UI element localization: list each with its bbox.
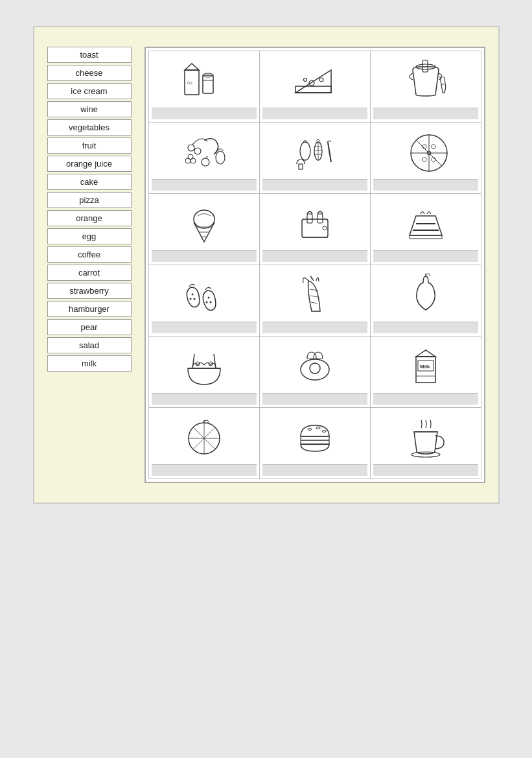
label-salad [152,393,257,405]
word-orange-juice: orange juice [47,156,132,172]
svg-rect-4 [203,75,213,93]
word-cake: cake [47,174,132,190]
word-coffee: coffee [47,246,132,263]
cell-hamburger [259,408,370,479]
table-row [148,265,481,337]
image-vegetables [262,125,367,176]
table-row [148,194,481,265]
cell-cheese [259,51,370,123]
svg-line-63 [192,354,194,368]
label-pizza [373,179,478,191]
word-salad: salad [47,337,132,353]
cell-pizza [370,123,481,194]
table-row: Milk [148,337,481,408]
label-wine-bucket [373,108,478,119]
svg-point-32 [422,145,426,148]
svg-point-45 [323,226,327,230]
cell-vegetables [259,123,370,194]
svg-point-20 [202,158,209,166]
svg-rect-43 [318,214,323,223]
table-row: OJ [148,51,481,123]
word-orange: orange [47,210,132,226]
label-vegetables [262,179,367,191]
svg-rect-83 [301,436,329,440]
svg-rect-42 [307,214,312,223]
label-carrot [262,322,367,333]
table-row [148,123,481,194]
word-ice-cream: ice cream [47,83,132,99]
image-pear [373,268,478,319]
cell-strawberry [148,265,259,337]
svg-rect-41 [302,219,328,237]
svg-rect-27 [299,164,303,169]
label-toast [262,250,367,262]
svg-point-14 [188,145,194,151]
svg-point-66 [310,363,320,373]
svg-point-34 [422,158,426,161]
svg-line-57 [310,296,318,297]
image-pizza [373,125,478,176]
word-pear: pear [47,319,132,335]
svg-line-64 [214,354,216,368]
svg-point-86 [411,452,440,457]
cell-pear [370,265,481,337]
svg-point-11 [303,78,306,81]
image-cheese [262,54,367,105]
svg-point-53 [207,296,209,298]
svg-rect-13 [422,60,428,72]
word-fruit: fruit [47,137,132,154]
label-cake [373,250,478,262]
word-milk: milk [47,355,132,372]
label-egg [262,393,367,405]
label-pear [373,322,478,333]
svg-point-19 [188,154,193,160]
svg-point-15 [194,148,201,154]
word-list: toast cheese ice cream wine vegetables f… [47,47,132,372]
label-coffee [373,464,478,476]
cell-toast [259,194,370,265]
svg-line-58 [311,302,318,303]
image-milk-carton: OJ [152,54,257,105]
image-egg [262,339,367,390]
image-cake [373,196,478,248]
table-row [148,408,481,479]
image-salad [152,339,257,390]
svg-point-55 [205,301,207,303]
label-hamburger [262,464,367,476]
image-toast [262,196,367,248]
image-fruit [152,125,257,176]
cell-egg [259,337,370,408]
svg-point-54 [209,301,211,303]
word-egg: egg [47,228,132,244]
label-cheese [262,108,367,119]
label-strawberry [152,322,257,333]
cell-carrot [259,265,370,337]
label-milk-carton [152,108,257,119]
cell-cake [370,194,481,265]
word-strawberry: strawberry [47,283,132,299]
food-grid: OJ [145,47,485,483]
label-milk-box [373,393,478,405]
image-milk-box: Milk [373,339,478,390]
word-carrot: carrot [47,265,132,281]
svg-marker-1 [185,64,199,70]
cell-fruit [148,123,259,194]
label-orange [152,464,257,476]
image-hamburger [262,410,367,462]
svg-point-17 [185,158,191,163]
cell-milk-carton: OJ [148,51,259,123]
svg-point-50 [191,293,193,295]
svg-point-18 [191,158,196,163]
label-fruit [152,179,257,191]
cell-ice-cream [148,194,259,265]
svg-point-80 [308,428,312,430]
word-cheese: cheese [47,65,132,81]
svg-text:Milk: Milk [420,364,430,370]
image-ice-cream [152,196,257,248]
svg-point-16 [216,151,225,164]
svg-point-37 [194,210,214,228]
page: toast cheese ice cream wine vegetables f… [33,26,500,504]
svg-point-21 [300,142,310,160]
cell-orange [148,408,259,479]
svg-point-81 [316,427,320,429]
